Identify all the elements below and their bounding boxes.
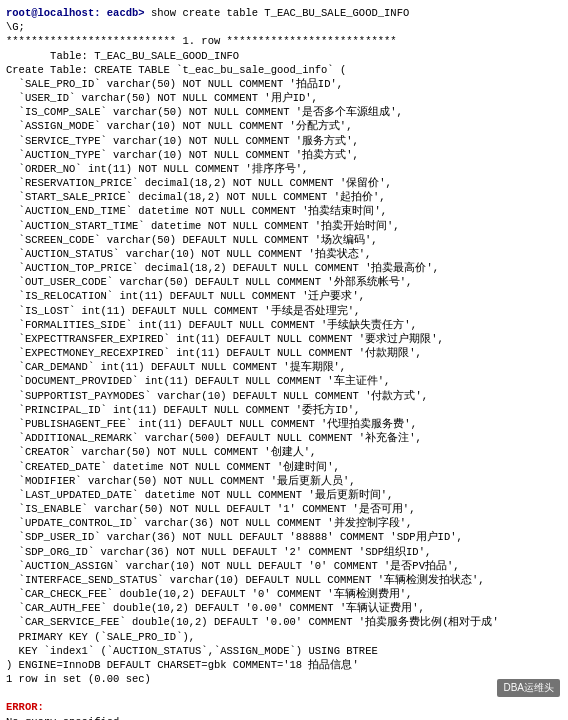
col-publishagent-fee: `PUBLISHAGENT_FEE` int(11) DEFAULT NULL … bbox=[6, 418, 417, 430]
footer-engine: ) ENGINE=InnoDB DEFAULT CHARSET=gbk COMM… bbox=[6, 659, 359, 671]
col-auction-top-price: `AUCTION_TOP_PRICE` decimal(18,2) DEFAUL… bbox=[6, 262, 439, 274]
col-auction-status: `AUCTION_STATUS` varchar(10) NOT NULL CO… bbox=[6, 248, 371, 260]
row-count: 1 row in set (0.00 sec) bbox=[6, 673, 151, 685]
col-additional-remark: `ADDITIONAL_REMARK` varchar(500) DEFAULT… bbox=[6, 432, 422, 444]
watermark-badge: DBA运维头 bbox=[497, 679, 560, 697]
col-service-type: `SERVICE_TYPE` varchar(10) NOT NULL COMM… bbox=[6, 135, 359, 147]
col-is-enable: `IS_ENABLE` varchar(50) NOT NULL DEFAULT… bbox=[6, 503, 415, 515]
col-is-lost: `IS_LOST` int(11) DEFAULT NULL COMMENT '… bbox=[6, 305, 360, 317]
col-auction-end-time: `AUCTION_END_TIME` datetime NOT NULL COM… bbox=[6, 205, 387, 217]
col-update-control-id: `UPDATE_CONTROL_ID` varchar(36) NOT NULL… bbox=[6, 517, 412, 529]
col-screen-code: `SCREEN_CODE` varchar(50) DEFAULT NULL C… bbox=[6, 234, 378, 246]
col-reservation-price: `RESERVATION_PRICE` decimal(18,2) NOT NU… bbox=[6, 177, 392, 189]
col-order-no: `ORDER_NO` int(11) NOT NULL COMMENT '排序序… bbox=[6, 163, 308, 175]
col-car-auth-fee: `CAR_AUTH_FEE` double(10,2) DEFAULT '0.0… bbox=[6, 602, 425, 614]
prompt: root@localhost: eacdb> bbox=[6, 7, 145, 19]
create-table-line: Create Table: CREATE TABLE `t_eac_bu_sal… bbox=[6, 64, 346, 76]
col-creator: `CREATOR` varchar(50) NOT NULL COMMENT '… bbox=[6, 446, 316, 458]
col-user-id: `USER_ID` varchar(50) NOT NULL COMMENT '… bbox=[6, 92, 318, 104]
col-is-comp-sale: `IS_COMP_SALE` varchar(50) NOT NULL COMM… bbox=[6, 106, 403, 118]
footer-key-index: KEY `index1` (`AUCTION_STATUS`,`ASSIGN_M… bbox=[6, 645, 378, 657]
command-line: root@localhost: eacdb> show create table… bbox=[6, 6, 562, 720]
error-label: ERROR: bbox=[6, 701, 44, 713]
col-car-check-fee: `CAR_CHECK_FEE` double(10,2) DEFAULT '0'… bbox=[6, 588, 412, 600]
table-label-line: Table: T_EAC_BU_SALE_GOOD_INFO bbox=[6, 50, 239, 62]
error-message: No query specified bbox=[6, 716, 119, 720]
col-auction-type: `AUCTION_TYPE` varchar(10) NOT NULL COMM… bbox=[6, 149, 359, 161]
footer-primary-key: PRIMARY KEY (`SALE_PRO_ID`), bbox=[6, 631, 195, 643]
col-auction-assign: `AUCTION_ASSIGN` varchar(10) NOT NULL DE… bbox=[6, 560, 460, 572]
divider-line: *************************** 1. row *****… bbox=[6, 35, 397, 47]
col-auction-start-time: `AUCTION_START_TIME` datetime NOT NULL C… bbox=[6, 220, 400, 232]
col-sdp-org-id: `SDP_ORG_ID` varchar(36) NOT NULL DEFAUL… bbox=[6, 546, 431, 558]
col-out-user-code: `OUT_USER_CODE` varchar(50) DEFAULT NULL… bbox=[6, 276, 412, 288]
col-sdp-user-id: `SDP_USER_ID` varchar(36) NOT NULL DEFAU… bbox=[6, 531, 463, 543]
col-expectmoney-recexpired: `EXPECTMONEY_RECEXPIRED` int(11) DEFAULT… bbox=[6, 347, 422, 359]
col-document-provided: `DOCUMENT_PROVIDED` int(11) DEFAULT NULL… bbox=[6, 375, 390, 387]
col-supportist-paymodes: `SUPPORTIST_PAYMODES` varchar(10) DEFAUL… bbox=[6, 390, 428, 402]
col-modifier: `MODIFIER` varchar(50) NOT NULL COMMENT … bbox=[6, 475, 356, 487]
col-is-relocation: `IS_RELOCATION` int(11) DEFAULT NULL COM… bbox=[6, 290, 365, 302]
command-text: show create table T_EAC_BU_SALE_GOOD_INF… bbox=[145, 7, 410, 19]
col-last-updated-date: `LAST_UPDATED_DATE` datetime NOT NULL CO… bbox=[6, 489, 393, 501]
col-assign-mode: `ASSIGN_MODE` varchar(10) NOT NULL COMME… bbox=[6, 120, 352, 132]
terminal-output: root@localhost: eacdb> show create table… bbox=[0, 0, 568, 720]
col-interface-send-status: `INTERFACE_SEND_STATUS` varchar(10) DEFA… bbox=[6, 574, 485, 586]
terminal-window: root@localhost: eacdb> show create table… bbox=[0, 0, 568, 720]
col-start-sale-price: `START_SALE_PRICE` decimal(18,2) NOT NUL… bbox=[6, 191, 386, 203]
col-expecttransfer-expired: `EXPECTTRANSFER_EXPIRED` int(11) DEFAULT… bbox=[6, 333, 444, 345]
col-car-demand: `CAR_DEMAND` int(11) DEFAULT NULL COMMEN… bbox=[6, 361, 346, 373]
col-created-date: `CREATED_DATE` datetime NOT NULL COMMENT… bbox=[6, 461, 340, 473]
col-car-service-fee: `CAR_SERVICE_FEE` double(10,2) DEFAULT '… bbox=[6, 616, 499, 628]
col-principal-id: `PRINCIPAL_ID` int(11) DEFAULT NULL COMM… bbox=[6, 404, 360, 416]
separator-line: \G; bbox=[6, 21, 25, 33]
col-formalities-side: `FORMALITIES_SIDE` int(11) DEFAULT NULL … bbox=[6, 319, 417, 331]
col-sale-pro-id: `SALE_PRO_ID` varchar(50) NOT NULL COMME… bbox=[6, 78, 343, 90]
